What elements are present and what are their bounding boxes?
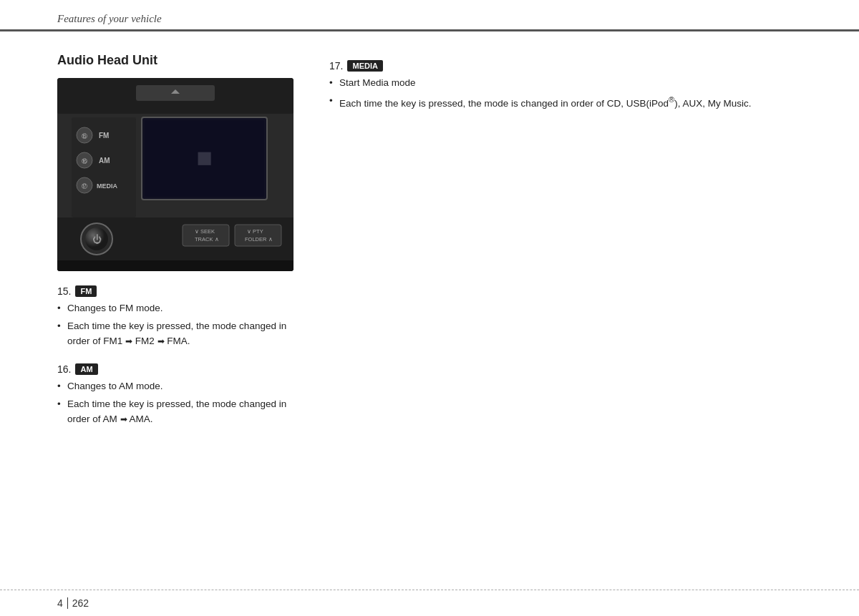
svg-text:TRACK ∧: TRACK ∧ <box>195 236 219 243</box>
footer-section: 4 <box>57 597 63 609</box>
main-content: Audio Head Unit ⑮ FM ⑯ AM <box>0 31 859 441</box>
item-17-number: 17. <box>329 60 343 72</box>
item-17-section: 17. MEDIA Start Media mode Each time the… <box>329 60 802 111</box>
page-footer: 4 262 <box>0 590 859 616</box>
item-17-header: 17. MEDIA <box>329 60 802 72</box>
item-17-badge: MEDIA <box>347 60 382 72</box>
item-17-bullets: Start Media mode Each time the key is pr… <box>329 76 802 111</box>
item-17-bullet-1: Start Media mode <box>329 76 802 91</box>
header-title: Features of your vehicle <box>57 13 162 24</box>
svg-text:◼: ◼ <box>196 146 213 168</box>
svg-text:FOLDER ∧: FOLDER ∧ <box>245 236 273 243</box>
item-15-badge: FM <box>75 285 97 297</box>
svg-text:∨ SEEK: ∨ SEEK <box>195 228 215 235</box>
svg-rect-27 <box>57 260 293 271</box>
svg-text:⑯: ⑯ <box>82 158 87 165</box>
item-15-number: 15. <box>57 285 71 297</box>
item-16-bullet-2: Each time the key is pressed, the mode c… <box>57 397 301 427</box>
item-15-bullet-1: Changes to FM mode. <box>57 301 301 316</box>
item-16-section: 16. AM Changes to AM mode. Each time the… <box>57 363 301 427</box>
svg-text:⑮: ⑮ <box>82 133 87 140</box>
item-16-bullets: Changes to AM mode. Each time the key is… <box>57 379 301 427</box>
item-15-bullet-2: Each time the key is pressed, the mode c… <box>57 319 301 349</box>
footer-page: 262 <box>72 597 89 609</box>
svg-text:FM: FM <box>99 132 109 140</box>
svg-text:⏻: ⏻ <box>92 234 102 245</box>
svg-text:⑰: ⑰ <box>82 183 87 190</box>
item-17-bullet-2: Each time the key is pressed, the mode i… <box>329 94 802 111</box>
item-16-header: 16. AM <box>57 363 301 375</box>
section-title: Audio Head Unit <box>57 53 301 68</box>
svg-text:MEDIA: MEDIA <box>97 182 118 190</box>
item-15-bullets: Changes to FM mode. Each time the key is… <box>57 301 301 349</box>
item-15-header: 15. FM <box>57 285 301 297</box>
svg-text:AM: AM <box>99 157 110 165</box>
svg-text:∨ PTY: ∨ PTY <box>247 228 263 235</box>
page-header: Features of your vehicle <box>0 0 859 31</box>
left-column: Audio Head Unit ⑮ FM ⑯ AM <box>57 53 301 441</box>
car-image: ⑮ FM ⑯ AM ⑰ MEDIA ◼ ⏻ <box>57 78 293 271</box>
item-15-section: 15. FM Changes to FM mode. Each time the… <box>57 285 301 349</box>
right-column: 17. MEDIA Start Media mode Each time the… <box>329 53 802 441</box>
footer-page-number: 4 262 <box>57 597 89 609</box>
item-16-number: 16. <box>57 363 71 375</box>
item-16-bullet-1: Changes to AM mode. <box>57 379 301 394</box>
footer-divider <box>67 597 68 609</box>
item-16-badge: AM <box>75 363 97 375</box>
